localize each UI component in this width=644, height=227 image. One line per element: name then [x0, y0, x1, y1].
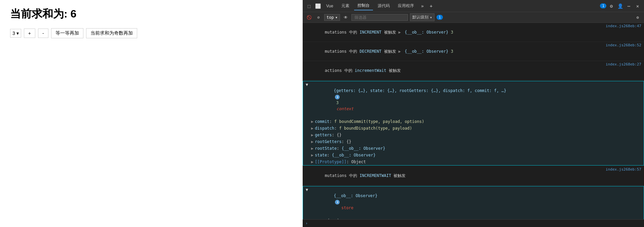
expand-icon[interactable]: ▶: [311, 125, 313, 131]
expand-icon[interactable]: ▶: [311, 159, 313, 165]
prompt-arrow-icon: ›: [305, 221, 308, 226]
settings-icon[interactable]: ⚙: [608, 2, 615, 10]
log-source[interactable]: index.js268eb:47: [606, 23, 641, 29]
obj-header-line: ▼ {getters: {…}, state: {…}, rootGetters…: [303, 81, 644, 118]
log-line: mutations 中的 INCREMENT 被触发 ▶ {__ob__: Ob…: [303, 23, 644, 42]
more-options-icon[interactable]: ⋯: [625, 2, 633, 10]
level-label: 默认级别: [412, 14, 428, 20]
device-icon[interactable]: ⬜: [314, 2, 321, 10]
log-source[interactable]: index.js268eb:27: [606, 61, 641, 67]
tab-application[interactable]: 应用程序: [394, 2, 417, 10]
log-source[interactable]: index.js268eb:52: [606, 42, 641, 48]
pointer-icon[interactable]: ⬚: [305, 2, 313, 10]
store-label: store: [336, 206, 353, 210]
devtools-panel: ⬚ ⬜ Vue 元素 控制台 源代码 应用程序 » + 1 ⚙ 👤 ⋯ ✕ 🚫 …: [303, 0, 644, 227]
increment-wait-button[interactable]: 等一等再加: [51, 28, 83, 38]
obj-prop-line: ▶ rootGetters: {}: [308, 138, 644, 145]
expand-icon[interactable]: ▶: [399, 30, 401, 35]
notification-badge: 1: [600, 3, 606, 8]
console-settings-icon[interactable]: ⚙: [634, 14, 641, 21]
number-select[interactable]: 3 ▾: [10, 29, 21, 38]
tab-vue[interactable]: Vue: [323, 2, 337, 10]
log-line: mutations 中的 INCREMENTWAIT 被触发 index.js2…: [303, 166, 644, 185]
filter-icon[interactable]: ⊘: [315, 14, 322, 21]
collapse-icon[interactable]: ▼: [306, 187, 308, 193]
left-panel: 当前求和为: 6 3 ▾ + - 等一等再加 当前求和为奇数再加: [0, 0, 303, 227]
eye-icon[interactable]: 👁: [342, 14, 349, 21]
context-arrow-icon: ▾: [335, 15, 338, 20]
close-devtools-icon[interactable]: ✕: [634, 2, 641, 10]
log-level-selector[interactable]: 默认级别 ▾: [410, 13, 434, 21]
minus-button[interactable]: -: [38, 29, 48, 38]
increment-odd-button[interactable]: 当前求和为奇数再加: [86, 28, 137, 38]
console-prompt[interactable]: ›: [303, 219, 644, 227]
devtools-tabbar: ⬚ ⬜ Vue 元素 控制台 源代码 应用程序 » + 1 ⚙ 👤 ⋯ ✕: [303, 0, 644, 12]
filter-input[interactable]: [351, 14, 408, 21]
obj-prop-line: ▶ rootState: {__ob__: Observer}: [308, 145, 644, 152]
expand-icon[interactable]: ▶: [399, 49, 401, 54]
top-context-selector[interactable]: top ▾: [324, 14, 340, 21]
profile-icon[interactable]: 👤: [616, 2, 624, 10]
expand-icon[interactable]: ▶: [311, 132, 313, 138]
plus-button[interactable]: +: [24, 29, 35, 38]
add-tab-icon[interactable]: +: [427, 2, 435, 10]
obj-prop-line: ▶ [[Prototype]]: Object: [308, 158, 644, 165]
collapse-icon[interactable]: ▼: [306, 82, 308, 88]
context-object-inner: ▶ commit: f boundCommit(type, payload, o…: [303, 118, 644, 165]
obj-prop-line: ▶ getters: {}: [308, 132, 644, 138]
obj-prop-line: ▶ dispatch: f boundDispatch(type, payloa…: [308, 125, 644, 132]
log-source[interactable]: index.js268eb:57: [606, 167, 641, 173]
select-value: 3: [12, 31, 15, 36]
store-object-block: ▼ {__ob__: Observer} ℹ store sum: (...) …: [303, 186, 644, 219]
obj2-header-line: ▼ {__ob__: Observer} ℹ store: [303, 186, 644, 217]
tab-console[interactable]: 控制台: [354, 1, 373, 10]
obj-prop-line: ▶ commit: f boundCommit(type, payload, o…: [308, 118, 644, 125]
info-icon[interactable]: ℹ: [335, 95, 340, 99]
console-output[interactable]: mutations 中的 INCREMENT 被触发 ▶ {__ob__: Ob…: [303, 23, 644, 219]
top-label: top: [327, 15, 334, 20]
tab-sources[interactable]: 源代码: [374, 2, 393, 10]
expand-icon[interactable]: ▶: [311, 145, 313, 151]
clear-console-icon[interactable]: 🚫: [305, 14, 313, 21]
level-badge: 1: [437, 15, 443, 20]
controls: 3 ▾ + - 等一等再加 当前求和为奇数再加: [10, 28, 293, 38]
context-label: context: [336, 106, 353, 111]
level-arrow-icon: ▾: [430, 15, 432, 20]
obj-prop-line: ▶ state: {__ob__: Observer}: [308, 152, 644, 158]
chevron-down-icon: ▾: [16, 31, 19, 36]
log-line: mutations 中的 DECREMENT 被触发 ▶ {__ob__: Ob…: [303, 42, 644, 61]
expand-icon[interactable]: ▶: [311, 119, 313, 125]
more-tabs-icon[interactable]: »: [419, 2, 426, 10]
log-line: actions 中的 incrementWait 被触发 index.js268…: [303, 61, 644, 80]
expand-icon[interactable]: ▶: [311, 152, 313, 158]
expand-icon[interactable]: ▶: [311, 139, 313, 145]
tab-elements[interactable]: 元素: [338, 2, 353, 10]
info-icon[interactable]: ℹ: [335, 200, 340, 205]
console-toolbar: 🚫 ⊘ top ▾ 👁 默认级别 ▾ 1 ⚙: [303, 12, 644, 23]
context-object-block: ▼ {getters: {…}, state: {…}, rootGetters…: [303, 81, 644, 166]
page-title: 当前求和为: 6: [10, 7, 293, 21]
